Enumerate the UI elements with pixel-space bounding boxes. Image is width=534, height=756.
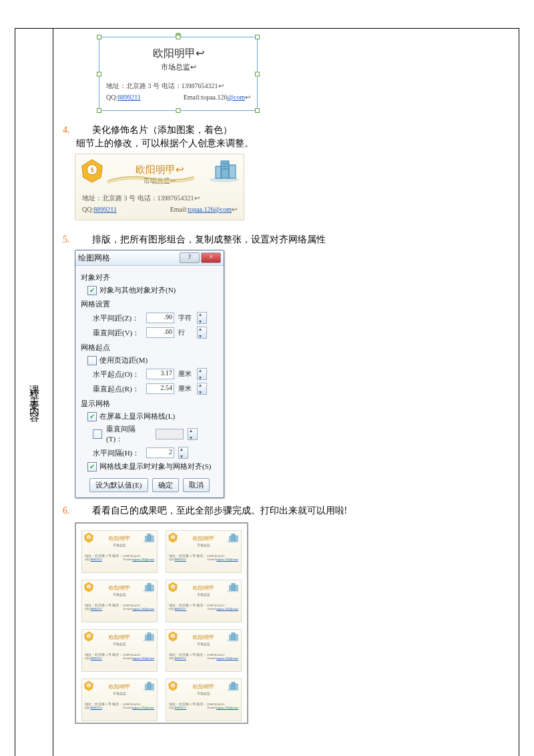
mini-card: $欧阳明甲市场总监地址：北京路 3 号 电话：13987654321QQ:889…: [81, 530, 158, 573]
coin-icon: $: [79, 158, 105, 185]
h-origin-field: 水平起点(O)： 3.17 厘米: [81, 367, 218, 381]
v-origin-field: 垂直起点(R)： 2.54 厘米: [81, 381, 218, 396]
svg-text:$: $: [91, 167, 94, 174]
h-origin-input[interactable]: 3.17: [146, 369, 174, 379]
step-5: 5. 排版，把所有图形组合，复制成整张，设置对齐网络属性: [63, 234, 505, 246]
h-spacing-field: 水平间距(Z)： .90 字符: [81, 311, 218, 325]
svg-rect-4: [229, 165, 236, 178]
svg-text:$: $: [88, 684, 89, 687]
section-origin-label: 网格起点: [81, 343, 218, 353]
sheet-row: $欧阳明甲市场总监地址：北京路 3 号 电话：13987654321QQ:889…: [81, 580, 242, 622]
section-align-label: 对象对齐: [81, 272, 218, 282]
ok-button[interactable]: 确定: [152, 478, 179, 492]
resize-handle-icon[interactable]: [97, 71, 101, 76]
v-interval-field: 垂直间隔(T)：: [81, 423, 218, 445]
v-interval-input: [156, 429, 184, 439]
step-6: 6. 看看自己的成果吧，至此全部步骤完成。打印出来就可以用啦!: [63, 505, 505, 517]
svg-rect-48: [148, 683, 151, 690]
step-text: 美化修饰名片（添加图案，着色）: [92, 124, 232, 136]
svg-rect-50: [146, 685, 148, 690]
step-number: 5.: [63, 234, 77, 245]
building-icon: [209, 157, 240, 182]
svg-text:$: $: [88, 634, 89, 638]
dialog-titlebar[interactable]: 绘图网格 ? ×: [75, 250, 224, 266]
svg-rect-26: [146, 586, 148, 591]
wave-icon: [107, 174, 194, 184]
print-sheet: $欧阳明甲市场总监地址：北京路 3 号 电话：13987654321QQ:889…: [75, 522, 248, 724]
v-spacing-input[interactable]: .60: [146, 327, 174, 338]
close-button[interactable]: ×: [201, 252, 221, 263]
checkbox-icon[interactable]: [87, 356, 97, 365]
section-show-label: 显示网格: [81, 399, 218, 409]
spinner-icon[interactable]: [197, 368, 207, 380]
spinner-icon: [188, 428, 198, 440]
step-number: 6.: [63, 506, 77, 516]
step-subtext: 细节上的修改，可以根据个人创意来调整。: [76, 138, 505, 150]
mini-card: $欧阳明甲市场总监地址：北京路 3 号 电话：13987654321QQ:889…: [166, 530, 242, 573]
h-interval-input[interactable]: 2: [146, 447, 174, 458]
svg-rect-12: [148, 534, 151, 542]
mini-card: $欧阳明甲市场总监地址：北京路 3 号 电话：13987654321QQ:889…: [81, 629, 158, 672]
checkbox-icon[interactable]: ✔: [87, 412, 97, 421]
card1-wrap: 欧阳明甲↩ 市场总监↩ 地址：北京路 3 号 电话：13987654321↩ Q…: [99, 37, 258, 111]
mini-card: $欧阳明甲市场总监地址：北京路 3 号 电话：13987654321QQ:889…: [166, 629, 242, 672]
spinner-icon[interactable]: [197, 383, 207, 395]
resize-handle-icon[interactable]: [255, 71, 260, 76]
svg-rect-25: [151, 585, 154, 590]
content: 欧阳明甲↩ 市场总监↩ 地址：北京路 3 号 电话：13987654321↩ Q…: [53, 29, 519, 756]
spinner-icon[interactable]: [178, 447, 188, 459]
card-info-row: 地址：北京路 3 号 电话：13987654321↩: [82, 194, 237, 203]
svg-rect-38: [146, 635, 148, 640]
svg-rect-13: [151, 536, 154, 541]
sidebar: 课程主要内容: [15, 29, 53, 756]
step-text: 排版，把所有图形组合，复制成整张，设置对齐网络属性: [92, 234, 326, 246]
default-button[interactable]: 设为默认值(E): [89, 478, 148, 492]
checkbox-icon[interactable]: ✔: [87, 462, 97, 471]
card-name: 欧阳明甲↩: [106, 47, 250, 61]
svg-rect-56: [230, 685, 232, 690]
business-card-plain[interactable]: 欧阳明甲↩ 市场总监↩ 地址：北京路 3 号 电话：13987654321↩ Q…: [99, 37, 258, 111]
svg-rect-42: [232, 633, 235, 640]
v-spacing-field: 垂直间距(V)： .60 行: [81, 325, 218, 340]
resize-handle-icon[interactable]: [255, 108, 260, 113]
svg-rect-30: [232, 584, 235, 591]
card-info-row: QQ:8899211 Email:topaa.126@com↩: [106, 93, 250, 101]
sidebar-label: 课程主要内容: [28, 377, 41, 409]
step-text: 看看自己的成果吧，至此全部步骤完成。打印出来就可以用啦!: [92, 505, 348, 517]
sheet-row: $欧阳明甲市场总监地址：北京路 3 号 电话：13987654321QQ:889…: [81, 530, 242, 573]
dialog-title: 绘图网格: [78, 252, 110, 264]
mini-card: $欧阳明甲市场总监地址：北京路 3 号 电话：13987654321QQ:889…: [166, 679, 242, 721]
step-4: 4. 美化修饰名片（添加图案，着色） 细节上的修改，可以根据个人创意来调整。: [63, 124, 505, 150]
mini-card: $欧阳明甲市场总监地址：北京路 3 号 电话：13987654321QQ:889…: [81, 679, 158, 721]
svg-rect-20: [230, 536, 232, 542]
resize-handle-icon[interactable]: [97, 35, 101, 39]
help-button[interactable]: ?: [180, 252, 200, 263]
v-origin-input[interactable]: 2.54: [146, 383, 174, 394]
svg-rect-37: [151, 634, 154, 640]
svg-rect-44: [230, 635, 232, 640]
svg-rect-36: [148, 633, 151, 640]
resize-handle-icon[interactable]: [97, 108, 101, 113]
checkbox-icon[interactable]: [93, 429, 102, 439]
svg-rect-54: [232, 683, 235, 690]
checkbox-margin[interactable]: 使用页边距(M): [81, 354, 218, 367]
cancel-button[interactable]: 取消: [183, 478, 210, 492]
svg-text:$: $: [172, 585, 174, 588]
spinner-icon[interactable]: [197, 312, 207, 324]
h-spacing-input[interactable]: .90: [146, 313, 174, 323]
checkbox-align[interactable]: ✔ 对象与其他对象对齐(N): [81, 284, 218, 297]
svg-rect-19: [235, 536, 238, 541]
checkbox-snap[interactable]: ✔ 网格线未显示时对象与网格对齐(S): [81, 460, 218, 473]
resize-handle-icon[interactable]: [255, 35, 260, 39]
card-info-row: 地址：北京路 3 号 电话：13987654321↩: [106, 81, 250, 91]
resize-handle-icon[interactable]: [176, 108, 181, 113]
svg-rect-31: [235, 585, 238, 590]
resize-handle-icon[interactable]: [176, 35, 181, 39]
svg-rect-24: [148, 584, 151, 591]
checkbox-showgrid[interactable]: ✔ 在屏幕上显示网格线(L): [81, 410, 218, 423]
spinner-icon[interactable]: [197, 327, 207, 339]
sheet-row: $欧阳明甲市场总监地址：北京路 3 号 电话：13987654321QQ:889…: [81, 679, 242, 721]
card-title: 市场总监↩: [106, 62, 250, 72]
checkbox-icon[interactable]: ✔: [87, 286, 97, 295]
svg-rect-49: [151, 684, 154, 689]
